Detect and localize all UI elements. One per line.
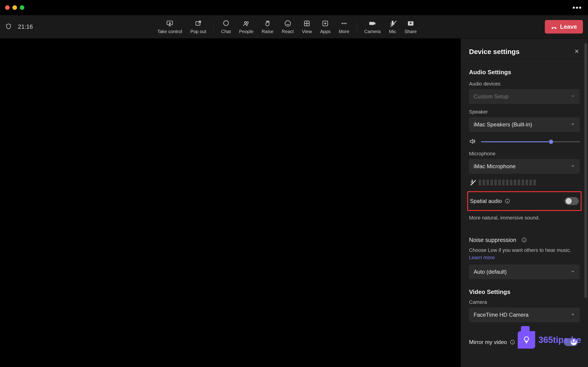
microphone-dropdown[interactable]: iMac Microphone (469, 159, 580, 174)
camera-label: Camera (469, 299, 580, 305)
close-panel-button[interactable] (574, 48, 580, 55)
hangup-icon (551, 24, 557, 30)
svg-point-4 (246, 22, 248, 24)
grid-icon (303, 19, 310, 28)
watermark-text: 365tips.be (538, 335, 581, 345)
video-settings-heading: Video Settings (469, 288, 580, 296)
mic-button[interactable]: Mic (385, 18, 400, 36)
svg-point-8 (342, 23, 343, 24)
microphone-value: iMac Microphone (474, 163, 516, 170)
video-region (0, 39, 461, 367)
info-icon[interactable] (521, 237, 527, 243)
chat-label: Chat (221, 29, 231, 34)
audio-devices-value: Custom Setup (474, 93, 508, 100)
emoji-icon (284, 19, 292, 28)
raise-label: Raise (261, 29, 273, 34)
monitor-cursor-icon (166, 19, 173, 28)
mic-label: Mic (389, 29, 396, 34)
audio-devices-dropdown[interactable]: Custom Setup (469, 89, 580, 104)
mic-muted-icon (389, 19, 396, 28)
titlebar: ••• (0, 0, 588, 15)
close-window-button[interactable] (5, 5, 10, 10)
audio-settings-heading: Audio Settings (469, 69, 580, 76)
camera-icon (369, 19, 376, 28)
camera-button[interactable]: Camera (360, 18, 385, 36)
mic-level-meter (469, 179, 580, 186)
spatial-audio-label: Spatial audio (470, 198, 502, 204)
device-settings-panel: Device settings Audio Settings Audio dev… (461, 39, 588, 367)
more-horizontal-icon (340, 19, 348, 28)
share-button[interactable]: Share (400, 18, 421, 36)
chevron-down-icon (571, 121, 575, 128)
pop-out-button[interactable]: Pop out (186, 18, 210, 36)
leave-label: Leave (560, 23, 577, 30)
svg-point-3 (244, 22, 246, 24)
lightbulb-icon (518, 331, 535, 349)
pop-out-icon (195, 19, 202, 28)
react-button[interactable]: React (278, 18, 298, 36)
watermark: 365tips.be (518, 331, 581, 349)
take-control-button[interactable]: Take control (153, 18, 186, 36)
minimize-window-button[interactable] (12, 5, 17, 10)
chevron-down-icon (571, 312, 575, 318)
info-icon[interactable] (505, 198, 510, 204)
noise-suppression-description: Choose Low if you want others to hear mu… (469, 247, 580, 261)
chevron-down-icon (571, 269, 575, 275)
react-label: React (282, 29, 294, 34)
raise-hand-button[interactable]: Raise (257, 18, 278, 36)
camera-value: FaceTime HD Camera (474, 312, 529, 318)
share-screen-icon (407, 19, 414, 28)
spatial-audio-toggle[interactable] (564, 197, 579, 205)
mirror-video-label: Mirror my video (469, 339, 507, 345)
chevron-down-icon (571, 163, 575, 170)
spatial-audio-description: More natural, immersive sound. (469, 214, 580, 222)
speaker-label: Speaker (469, 109, 580, 115)
people-label: People (239, 29, 253, 34)
noise-suppression-value: Auto (default) (474, 269, 507, 275)
speaker-icon[interactable] (469, 138, 476, 146)
view-label: View (302, 29, 312, 34)
audio-devices-label: Audio devices (469, 81, 580, 87)
info-icon[interactable] (510, 339, 515, 345)
speaker-volume-slider[interactable] (481, 141, 580, 142)
raise-hand-icon (264, 19, 271, 28)
call-duration: 21:16 (18, 23, 33, 30)
chat-button[interactable]: Chat (217, 18, 235, 36)
speaker-volume-row (469, 138, 580, 146)
pop-out-label: Pop out (190, 29, 206, 34)
scrollbar[interactable] (584, 43, 587, 298)
mic-muted-icon (469, 179, 475, 186)
slider-thumb[interactable] (549, 140, 553, 144)
speaker-dropdown[interactable]: iMac Speakers (Built-in) (469, 117, 580, 132)
separator (357, 21, 357, 32)
apps-label: Apps (320, 29, 331, 34)
spatial-audio-highlight: Spatial audio (467, 191, 581, 211)
leave-button[interactable]: Leave (545, 20, 583, 33)
people-button[interactable]: People (235, 18, 257, 36)
shield-icon[interactable] (5, 23, 12, 31)
more-button[interactable]: More (335, 18, 353, 36)
chat-icon (222, 19, 230, 28)
window-controls (5, 5, 24, 10)
svg-point-5 (285, 21, 291, 26)
fullscreen-window-button[interactable] (20, 5, 24, 10)
svg-point-10 (345, 23, 346, 24)
separator (214, 21, 214, 32)
chevron-down-icon (571, 93, 575, 100)
view-button[interactable]: View (298, 18, 316, 36)
apps-icon (322, 19, 329, 28)
learn-more-link[interactable]: Learn more (469, 255, 495, 260)
people-icon (243, 19, 250, 28)
noise-suppression-dropdown[interactable]: Auto (default) (469, 265, 580, 279)
panel-title: Device settings (469, 48, 520, 56)
noise-suppression-label: Noise suppression (469, 237, 516, 243)
apps-button[interactable]: Apps (316, 18, 335, 36)
svg-point-9 (343, 23, 344, 24)
take-control-label: Take control (157, 29, 182, 34)
camera-dropdown[interactable]: FaceTime HD Camera (469, 308, 580, 322)
svg-rect-11 (392, 21, 393, 24)
share-label: Share (404, 29, 417, 34)
svg-rect-13 (472, 180, 473, 183)
close-icon (574, 48, 580, 54)
microphone-label: Microphone (469, 151, 580, 157)
